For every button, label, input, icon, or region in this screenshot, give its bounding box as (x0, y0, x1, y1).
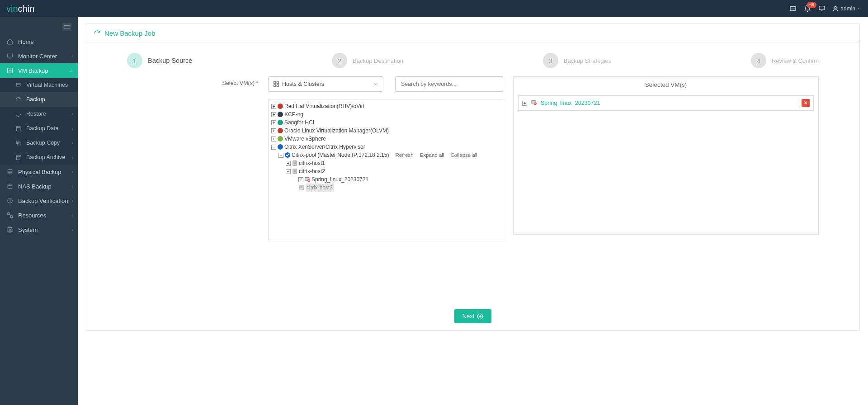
inbox-icon[interactable] (789, 5, 797, 13)
user-menu[interactable]: admin (832, 5, 862, 12)
svg-rect-2 (819, 6, 825, 10)
monitor-icon[interactable] (818, 5, 826, 13)
topbar: vinchin 69 admin (0, 0, 868, 17)
brand-part1: vin (6, 4, 18, 14)
user-label: admin (840, 5, 855, 12)
chevron-down-icon (857, 6, 862, 11)
notification-badge: 69 (807, 2, 816, 8)
brand: vinchin (6, 4, 34, 14)
svg-point-5 (835, 6, 837, 9)
bell-icon[interactable]: 69 (803, 5, 811, 13)
topbar-right: 69 admin (789, 5, 862, 13)
brand-part2: chin (18, 4, 35, 14)
